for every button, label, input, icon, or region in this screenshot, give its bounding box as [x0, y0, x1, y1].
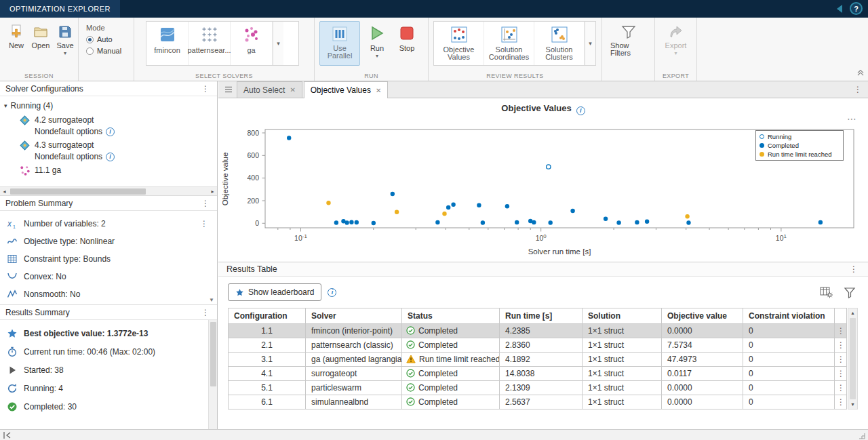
row-menu-button[interactable]: ⋮: [835, 353, 847, 367]
table-settings-button[interactable]: [817, 284, 835, 300]
review-gallery-caret[interactable]: ▾: [585, 22, 595, 65]
results-summary-panel: Results Summary ⋮ Best objective value: …: [0, 304, 217, 431]
solution-clusters-button[interactable]: Solution Clusters: [534, 22, 585, 65]
section-select-solvers: fmincon patternsear... ga ▾ SELECT SOLVE…: [134, 18, 315, 81]
solution-coordinates-button[interactable]: Solution Coordinates: [484, 22, 534, 65]
info-icon[interactable]: i: [106, 127, 115, 136]
export-dropdown-caret[interactable]: ▾: [674, 52, 677, 56]
save-button[interactable]: Save ▾: [54, 21, 77, 57]
nonsmooth-icon: [7, 289, 18, 300]
toolstrip-collapse-button[interactable]: [856, 69, 865, 79]
section-filters: Show Filters: [602, 18, 655, 81]
tabbar-menu-button[interactable]: ⋮: [852, 85, 864, 94]
panel-menu-button[interactable]: ⋮: [199, 199, 212, 207]
table-filter-button[interactable]: [841, 284, 859, 300]
filter-icon: [620, 24, 637, 40]
section-mode: Mode Auto Manual: [79, 18, 134, 81]
scroll-right-icon[interactable]: ▸: [208, 188, 217, 195]
scrollbar-thumb[interactable]: [10, 188, 146, 195]
scroll-up-icon[interactable]: ▲: [848, 308, 857, 317]
row-menu-button[interactable]: ⋮: [835, 395, 847, 409]
tab-auto-select[interactable]: Auto Select ✕: [237, 81, 302, 98]
table-row[interactable]: 1.1 fmincon (interior-point) Completed: [229, 324, 847, 338]
svg-text:800: 800: [247, 129, 259, 137]
summary-row: Running: 4: [0, 379, 217, 397]
solver-config-item[interactable]: 11.1 ga: [19, 165, 213, 176]
row-menu-button[interactable]: ⋮: [835, 338, 847, 353]
run-dropdown-caret[interactable]: ▾: [376, 54, 378, 58]
collapse-panel-icon[interactable]: [3, 431, 12, 439]
solver-config-item[interactable]: 4.3 surrogateopt Nondefault options i: [19, 140, 213, 163]
close-icon[interactable]: ✕: [376, 87, 381, 94]
svg-text:0: 0: [255, 219, 259, 227]
completed-icon: [406, 369, 415, 378]
summary-row: Completed: 30: [0, 397, 217, 416]
table-vertical-scrollbar[interactable]: ▲ ▼: [848, 308, 858, 409]
solver-fmincon-tile[interactable]: fmincon: [146, 22, 189, 65]
vertical-scrollbar[interactable]: [208, 320, 217, 431]
row-menu-button[interactable]: ⋮: [198, 220, 210, 228]
table-row[interactable]: 4.1 surrogateopt Completed 14.803: [229, 367, 847, 381]
solution-clusters-icon: [551, 26, 568, 43]
mode-manual-radio[interactable]: Manual: [86, 47, 126, 55]
collapse-arrow-icon[interactable]: [834, 3, 845, 14]
table-row[interactable]: 3.1 ga (augmented lagrangian) Run time l…: [229, 353, 847, 367]
new-button[interactable]: New: [5, 21, 28, 51]
summary-row: x 1 Number of variables: 2 ⋮: [0, 215, 217, 233]
show-filters-button[interactable]: Show Filters: [607, 21, 650, 58]
results-table-body: 1.1 fmincon (interior-point) Completed: [229, 324, 847, 409]
save-dropdown-caret[interactable]: ▾: [64, 52, 66, 56]
svg-text:400: 400: [247, 174, 259, 182]
filter-icon: [843, 285, 856, 299]
legend-item: Run time limit reached: [760, 151, 840, 158]
results-table: Configuration Solver Status Run time [s]…: [228, 308, 847, 409]
scrollbar-thumb[interactable]: [210, 322, 216, 386]
svg-text:10-1: 10-1: [294, 233, 307, 242]
export-button[interactable]: Export ▾: [662, 21, 690, 57]
scroll-down-icon[interactable]: ▼: [848, 400, 857, 409]
show-leaderboard-button[interactable]: Show leaderboard: [228, 283, 321, 301]
help-button[interactable]: ?: [850, 2, 863, 15]
nonlinear-curve-icon: [7, 236, 18, 247]
info-icon[interactable]: i: [328, 288, 336, 297]
table-row[interactable]: 2.1 patternsearch (classic) Completed: [229, 338, 847, 353]
objective-values-button[interactable]: Objective Values: [434, 22, 484, 65]
info-icon[interactable]: i: [576, 106, 585, 115]
panel-menu-button[interactable]: ⋮: [199, 308, 212, 317]
table-row[interactable]: 5.1 particleswarm Completed 2.130: [229, 381, 847, 395]
stop-button[interactable]: Stop: [394, 21, 420, 66]
solvers-gallery-caret[interactable]: ▾: [273, 22, 283, 65]
app-tab[interactable]: OPTIMIZATION EXPLORER: [0, 0, 120, 18]
legend-item: Running: [760, 133, 840, 140]
tree-group-running[interactable]: ▾ Running (4): [4, 99, 213, 113]
scroll-left-icon[interactable]: ◂: [0, 188, 9, 195]
table-gear-icon: [819, 285, 833, 299]
scrollbar-thumb[interactable]: [850, 318, 856, 399]
run-button[interactable]: Run ▾: [364, 21, 390, 66]
leaderboard-star-icon: [235, 288, 244, 297]
completed-icon: [406, 397, 415, 406]
tab-objective-values[interactable]: Objective Values ✕: [304, 81, 389, 98]
row-menu-button[interactable]: ⋮: [835, 381, 847, 395]
solver-patternsearch-tile[interactable]: patternsear...: [189, 22, 231, 65]
row-menu-button[interactable]: ⋮: [835, 324, 847, 338]
close-icon[interactable]: ✕: [290, 86, 295, 94]
results-table-menu-button[interactable]: ⋮: [848, 265, 860, 273]
open-button[interactable]: Open: [29, 21, 52, 51]
solver-config-item[interactable]: 4.2 surrogateopt Nondefault options i: [19, 115, 213, 138]
solver-ga-tile[interactable]: ga: [231, 22, 273, 65]
panel-menu-button[interactable]: ⋮: [199, 85, 212, 93]
tab-list-icon[interactable]: [224, 85, 233, 94]
table-row[interactable]: 6.1 simulannealbnd Completed 2.56: [229, 395, 847, 409]
info-icon[interactable]: i: [106, 153, 115, 161]
row-menu-button[interactable]: ⋮: [835, 367, 847, 381]
resize-grip-icon[interactable]: [857, 431, 865, 439]
statusbar: [0, 429, 868, 440]
horizontal-scrollbar[interactable]: ◂ ▸: [0, 186, 217, 195]
scroll-down-icon[interactable]: ▼: [209, 297, 214, 303]
y-axis-label: Objective value: [221, 153, 229, 206]
legend-marker-runlimit: [760, 152, 764, 157]
legend-item: Completed: [760, 142, 840, 149]
use-parallel-button[interactable]: Use Parallel: [319, 21, 360, 66]
mode-auto-radio[interactable]: Auto: [86, 35, 126, 43]
